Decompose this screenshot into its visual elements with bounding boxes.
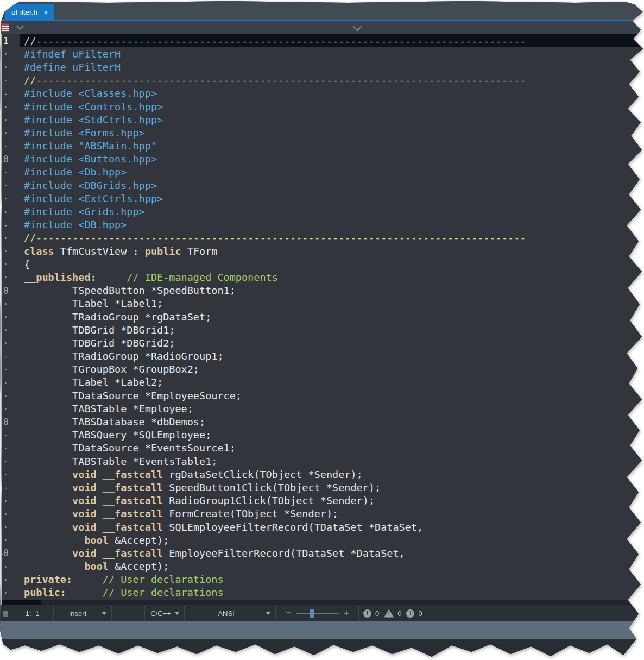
gutter[interactable]: - — [0, 481, 16, 494]
gutter-marker[interactable]: · — [3, 140, 9, 152]
gutter[interactable]: · — [0, 520, 16, 533]
code-text[interactable]: void __fastcall FormCreate(TObject *Send… — [20, 507, 644, 520]
code-text[interactable]: void __fastcall RadioGroup1Click(TObject… — [20, 494, 644, 507]
code-text[interactable]: bool &Accept); — [20, 560, 644, 573]
gutter[interactable]: · — [0, 442, 16, 455]
gutter-marker[interactable]: · — [3, 442, 9, 454]
gutter-marker[interactable]: · — [3, 127, 9, 139]
left-splitter[interactable] — [0, 34, 2, 605]
chevron-down-icon[interactable] — [16, 22, 24, 30]
gutter-marker[interactable]: · — [3, 114, 9, 125]
warning-icon[interactable]: ! — [384, 609, 394, 618]
gutter[interactable]: · — [0, 244, 16, 257]
gutter[interactable]: · — [0, 507, 16, 520]
code-line[interactable]: · TRadioGroup *rgDataSet; — [0, 310, 644, 323]
gutter-marker[interactable]: · — [3, 403, 9, 414]
code-text[interactable]: //--------------------------------------… — [20, 34, 644, 47]
gutter[interactable]: 1 — [0, 34, 16, 47]
code-line[interactable]: ·#include <Controls.hpp> — [0, 100, 644, 113]
gutter-marker[interactable]: - — [3, 482, 9, 493]
gutter[interactable]: · — [0, 560, 16, 573]
code-line[interactable]: · void __fastcall FormCreate(TObject *Se… — [0, 507, 644, 520]
code-line[interactable]: · bool &Accept); — [0, 533, 644, 546]
code-text[interactable]: #include <Controls.hpp> — [20, 100, 644, 113]
gutter[interactable]: - — [0, 350, 16, 363]
code-line[interactable]: · TDBGrid *DBGrid1; — [0, 323, 644, 336]
code-text[interactable]: TABSTable *Employee; — [20, 402, 644, 415]
gutter[interactable]: 30 — [0, 415, 16, 428]
insert-mode-dropdown[interactable]: Insert — [54, 605, 112, 621]
code-line[interactable]: · TABSTable *Employee; — [0, 402, 644, 415]
zoom-in-button[interactable]: + — [344, 608, 349, 619]
gutter-marker[interactable]: · — [3, 311, 9, 323]
gutter-marker[interactable]: · — [3, 495, 9, 507]
gutter-marker[interactable]: · — [3, 258, 9, 270]
gutter[interactable]: · — [0, 455, 16, 468]
gutter-marker[interactable]: · — [3, 455, 9, 467]
gutter[interactable]: · — [0, 533, 16, 546]
code-line[interactable]: · TGroupBox *GroupBox2; — [0, 363, 644, 376]
gutter-marker[interactable]: · — [3, 74, 9, 86]
code-line[interactable]: ·{ — [0, 257, 644, 271]
gutter-marker[interactable]: · — [3, 468, 9, 480]
gutter-marker[interactable]: · — [3, 100, 9, 112]
code-text[interactable]: __published: // IDE-managed Components — [20, 271, 644, 284]
code-text[interactable]: TLabel *Label1; — [20, 297, 644, 310]
code-line[interactable]: 40 void __fastcall EmployeeFilterRecord(… — [0, 546, 644, 560]
gutter-marker[interactable]: · — [3, 245, 9, 257]
code-line[interactable]: · TDataSource *EmployeeSource; — [0, 389, 644, 402]
gutter-marker[interactable]: · — [3, 192, 9, 204]
gutter[interactable]: · — [0, 257, 16, 271]
gutter[interactable]: · — [0, 47, 16, 60]
gutter[interactable]: · — [0, 573, 16, 586]
code-text[interactable]: TDBGrid *DBGrid2; — [20, 336, 644, 349]
gutter-marker[interactable]: - — [3, 351, 9, 362]
code-text[interactable]: TRadioGroup *rgDataSet; — [20, 310, 644, 323]
gutter[interactable]: · — [0, 205, 16, 218]
code-line[interactable]: ·#ifndef uFilterH — [0, 47, 644, 60]
code-text[interactable]: #include "ABSMain.hpp" — [20, 140, 644, 153]
gutter[interactable]: 40 — [0, 546, 16, 560]
code-line[interactable]: ·//-------------------------------------… — [0, 231, 644, 244]
code-line[interactable]: ·#include <StdCtrls.hpp> — [0, 113, 644, 126]
gutter[interactable]: · — [0, 429, 16, 442]
code-text[interactable]: TABSTable *EventsTable1; — [20, 455, 644, 468]
code-line[interactable]: · TLabel *Label2; — [0, 376, 644, 389]
gutter-marker[interactable]: · — [3, 587, 9, 599]
code-editor[interactable]: 1//-------------------------------------… — [0, 34, 644, 600]
gutter-marker[interactable]: · — [3, 508, 9, 520]
code-line[interactable]: - TRadioGroup *RadioGroup1; — [0, 350, 644, 363]
code-text[interactable]: #include <Db.hpp> — [20, 166, 644, 179]
code-text[interactable]: TDBGrid *DBGrid1; — [20, 323, 644, 336]
encoding-selector[interactable]: ANSI — [185, 605, 276, 621]
resize-grip[interactable] — [3, 611, 8, 617]
gutter-marker[interactable]: · — [3, 271, 9, 283]
gutter-marker[interactable]: · — [3, 389, 9, 401]
code-line[interactable]: 10#include <Buttons.hpp> — [0, 153, 644, 166]
code-text[interactable]: #include <ExtCtrls.hpp> — [20, 192, 644, 205]
gutter-marker[interactable]: · — [3, 206, 9, 218]
code-line[interactable]: ·class TfmCustView : public TForm — [0, 244, 644, 257]
gutter[interactable]: · — [0, 179, 16, 192]
gutter[interactable]: · — [0, 113, 16, 126]
code-text[interactable]: #include <Classes.hpp> — [20, 87, 644, 100]
code-text[interactable]: #include <Forms.hpp> — [20, 126, 644, 139]
gutter-marker[interactable]: · — [3, 574, 9, 586]
code-text[interactable]: bool &Accept); — [20, 533, 644, 546]
gutter[interactable]: · — [0, 126, 16, 139]
code-line[interactable]: · void __fastcall rgDataSetClick(TObject… — [0, 468, 644, 481]
gutter[interactable]: · — [0, 100, 16, 113]
code-text[interactable]: //--------------------------------------… — [20, 231, 644, 244]
gutter-marker[interactable]: - — [3, 88, 9, 99]
code-line[interactable]: · TDataSource *EventsSource1; — [0, 442, 644, 455]
code-line[interactable]: ·#include "ABSMain.hpp" — [0, 140, 644, 153]
gutter-marker[interactable]: · — [3, 48, 9, 60]
gutter-marker[interactable]: · — [3, 376, 9, 388]
info-icon[interactable]: i — [406, 609, 414, 618]
zoom-slider[interactable] — [296, 613, 339, 614]
gutter[interactable]: · — [0, 310, 16, 323]
code-line[interactable]: · TDBGrid *DBGrid2; — [0, 336, 644, 349]
gutter-marker[interactable]: · — [3, 521, 9, 533]
gutter-marker[interactable]: 1 — [3, 35, 9, 46]
code-text[interactable]: #include <DB.hpp> — [20, 218, 644, 231]
